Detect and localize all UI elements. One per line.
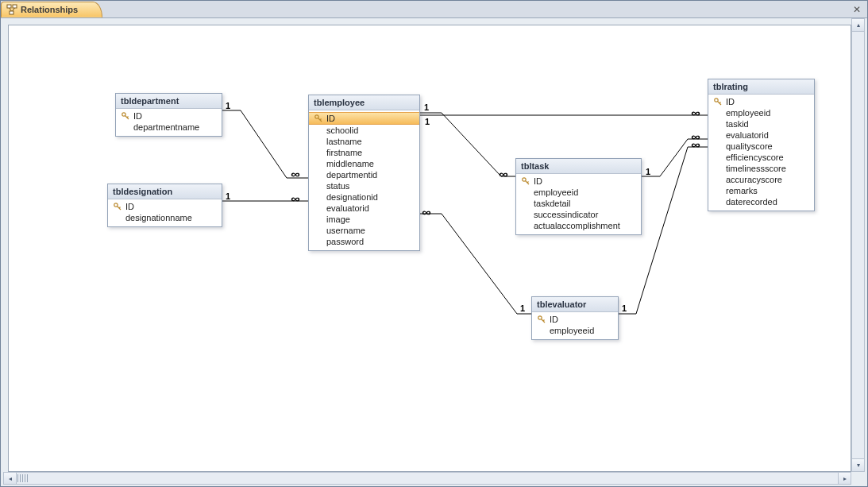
entity-field-row[interactable]: lastname [309, 136, 419, 147]
entity-body: ID schoolid lastname firstname middlenam… [309, 110, 419, 250]
scroll-down-button[interactable]: ▾ [852, 458, 864, 471]
entity-title: tbldesignation [108, 184, 222, 199]
card-one: 1 [520, 303, 525, 313]
relationships-canvas[interactable]: 1 ∞ 1 ∞ 1 ∞ 1 ∞ ∞ 1 1 ∞ 1 ∞ tbldepartmen… [8, 25, 851, 472]
entity-field-row[interactable]: middlename [309, 158, 419, 169]
field-name: daterecorded [726, 197, 777, 207]
entity-tblemployee[interactable]: tblemployee ID schoolid lastname firstna… [308, 95, 420, 251]
entity-field-row[interactable]: efficiencyscore [708, 152, 814, 163]
entity-field-row[interactable]: image [309, 214, 419, 225]
svg-rect-2 [10, 11, 14, 14]
card-many: ∞ [691, 133, 700, 141]
entity-field-row[interactable]: taskid [708, 118, 814, 129]
key-icon [537, 315, 546, 324]
key-icon [713, 97, 723, 106]
field-name: actualaccomplishment [534, 221, 620, 230]
entity-tblevaluator[interactable]: tblevaluator ID employeeid [531, 296, 619, 340]
entity-field-row[interactable]: ID [108, 201, 222, 212]
scroll-up-button[interactable]: ▴ [852, 19, 864, 32]
vertical-scrollbar[interactable]: ▴ ▾ [851, 18, 865, 472]
entity-field-row[interactable]: ID [708, 96, 814, 107]
field-name: ID [534, 176, 542, 186]
entity-field-row[interactable]: evaluatorid [708, 129, 814, 141]
entity-field-row[interactable]: firstname [309, 147, 419, 158]
entity-field-row[interactable]: departmentname [116, 122, 222, 133]
tab-relationships[interactable]: Relationships [1, 2, 102, 17]
card-one: 1 [424, 102, 429, 112]
entity-tbltask[interactable]: tbltask ID employeeid taskdetail success… [515, 158, 642, 235]
close-button[interactable]: ✕ [851, 4, 862, 15]
entity-field-row[interactable]: password [309, 236, 419, 247]
field-name: qualityscore [726, 141, 773, 151]
field-name: designationname [125, 213, 192, 222]
card-many: ∞ [291, 195, 299, 203]
scroll-left-button[interactable]: ◂ [4, 473, 17, 484]
entity-field-row[interactable]: taskdetail [516, 198, 641, 209]
entity-field-row[interactable]: employeeid [516, 187, 641, 198]
entity-field-row[interactable]: schoolid [309, 125, 419, 136]
field-name: lastname [326, 137, 362, 146]
entity-field-row[interactable]: designationid [309, 191, 419, 203]
entity-field-row[interactable]: departmentid [309, 169, 419, 180]
card-many: ∞ [291, 170, 299, 178]
entity-field-row[interactable]: ID [116, 110, 222, 122]
field-name: timelinessscore [726, 164, 786, 173]
field-name: image [326, 215, 350, 224]
entity-field-row[interactable]: ID [532, 314, 618, 325]
field-name: status [326, 181, 349, 191]
entity-field-row[interactable]: timelinessscore [708, 163, 814, 174]
field-name: evaluatorid [726, 130, 769, 140]
entity-field-row[interactable]: evaluatorid [309, 203, 419, 214]
field-name: ID [726, 97, 735, 106]
tab-bar: Relationships ✕ [1, 1, 867, 18]
field-name: evaluatorid [326, 203, 369, 213]
entity-field-row-selected[interactable]: ID [309, 112, 419, 125]
field-name: departmentname [133, 122, 199, 132]
tab-label: Relationships [21, 5, 78, 14]
scroll-grip[interactable] [17, 474, 29, 482]
entity-field-row[interactable]: username [309, 225, 419, 236]
entity-field-row[interactable]: employeeid [708, 107, 814, 118]
relationships-icon [6, 4, 17, 15]
entity-field-row[interactable]: daterecorded [708, 196, 814, 207]
field-name: employeeid [550, 326, 594, 335]
field-name: accuracyscore [726, 175, 782, 184]
entity-tbldesignation[interactable]: tbldesignation ID designationname [107, 184, 222, 227]
card-one: 1 [425, 117, 430, 126]
entity-field-row[interactable]: successindicator [516, 209, 641, 220]
key-icon [521, 176, 530, 186]
field-name: ID [133, 111, 142, 121]
entity-tblrating[interactable]: tblrating ID employeeid taskid evaluator… [708, 79, 815, 211]
entity-field-row[interactable]: qualityscore [708, 141, 814, 152]
field-name: taskid [726, 119, 749, 129]
entity-tbldepartment[interactable]: tbldepartment ID departmentname [115, 93, 222, 137]
entity-body: ID employeeid taskid evaluatorid quality… [708, 95, 814, 211]
entity-field-row[interactable]: remarks [708, 185, 814, 196]
entity-body: ID employeeid [532, 312, 618, 339]
field-name: employeeid [726, 108, 770, 118]
entity-field-row[interactable]: actualaccomplishment [516, 220, 641, 231]
entity-body: ID designationname [108, 199, 222, 226]
field-name: schoolid [326, 126, 358, 135]
entity-field-row[interactable]: designationname [108, 212, 222, 223]
field-name: efficiencyscore [726, 153, 784, 162]
card-many: ∞ [691, 141, 700, 149]
workspace-outer: 1 ∞ 1 ∞ 1 ∞ 1 ∞ ∞ 1 1 ∞ 1 ∞ tbldepartmen… [3, 18, 851, 472]
scroll-right-button[interactable]: ▸ [838, 473, 851, 484]
field-name: taskdetail [534, 199, 570, 208]
entity-body: ID departmentname [116, 109, 222, 136]
horizontal-scrollbar[interactable]: ◂ ▸ [3, 472, 851, 485]
entity-field-row[interactable]: ID [516, 176, 641, 187]
line-department-employee [222, 110, 308, 178]
card-many: ∞ [422, 208, 430, 216]
entity-field-row[interactable]: accuracyscore [708, 174, 814, 185]
entity-field-row[interactable]: employeeid [532, 325, 618, 336]
field-name: remarks [726, 186, 758, 195]
field-name: ID [550, 315, 558, 324]
field-name: designationid [326, 192, 378, 202]
field-name: employeeid [534, 187, 578, 197]
entity-field-row[interactable]: status [309, 180, 419, 191]
key-icon [113, 202, 122, 211]
key-icon [314, 114, 323, 123]
line-employee-task [420, 113, 515, 176]
